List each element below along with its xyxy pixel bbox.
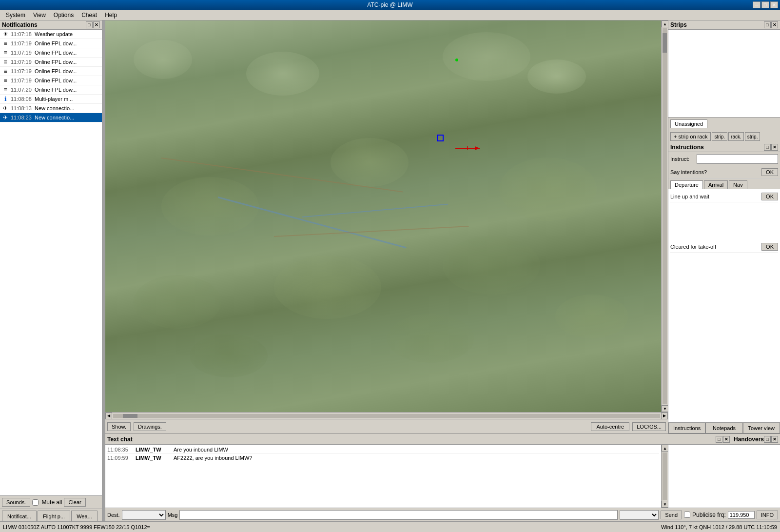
aircraft-icon-9: ✈	[2, 114, 9, 121]
tab-instructions[interactable]: Instructions	[668, 423, 705, 433]
freq-dropdown[interactable]	[620, 510, 659, 520]
handovers-close-btn[interactable]: ✕	[771, 436, 778, 443]
notif-time-3: 11:07:19	[11, 59, 33, 65]
chat-callsign-1: LIMW_TW	[136, 455, 170, 461]
chat-scroll-up[interactable]: ▲	[662, 445, 668, 452]
notifications-controls: □ ✕	[86, 21, 100, 28]
menu-system[interactable]: System	[2, 11, 29, 20]
dest-select[interactable]	[122, 510, 166, 520]
notif-item-6[interactable]: ≡ 11:07:20 Online FPL dow...	[0, 85, 102, 95]
notif-item-2[interactable]: ≡ 11:07:19 Online FPL dow...	[0, 48, 102, 58]
notif-text-5: Online FPL dow...	[35, 78, 77, 83]
cleared-ok-btn[interactable]: OK	[761, 243, 778, 251]
menu-options[interactable]: Options	[50, 11, 78, 20]
instruct-input[interactable]	[697, 154, 778, 164]
tab-notifications[interactable]: Notificat...	[2, 511, 37, 521]
chat-time-0: 11:08:35	[107, 447, 132, 453]
titlebar: ATC-pie @ LIMW ─ □ ✕	[0, 0, 780, 10]
tab-flight-plan[interactable]: Flight p...	[38, 511, 70, 521]
text-chat-pin-btn[interactable]: □	[716, 436, 722, 443]
strips-pin-btn[interactable]: □	[764, 21, 771, 28]
hscroll-left[interactable]: ◀	[105, 413, 112, 419]
tab-departure[interactable]: Departure	[670, 180, 703, 189]
vscroll-down[interactable]: ▼	[662, 405, 668, 412]
close-button[interactable]: ✕	[770, 1, 778, 8]
notif-item-4[interactable]: ≡ 11:07:19 Online FPL dow...	[0, 67, 102, 76]
text-chat-close-btn[interactable]: ✕	[723, 436, 730, 443]
publicise-checkbox[interactable]	[684, 512, 690, 518]
tab-notepads[interactable]: Notepads	[705, 423, 742, 433]
vscroll-track[interactable]	[663, 28, 667, 404]
notif-item-8[interactable]: ✈ 11:08:13 New connectio...	[0, 104, 102, 113]
strips-close-btn[interactable]: ✕	[771, 21, 778, 28]
chat-callsign-0: LIMW_TW	[136, 447, 170, 453]
instructions-close-btn[interactable]: ✕	[771, 144, 778, 151]
notifications-close-btn[interactable]: ✕	[93, 21, 100, 28]
chat-text-0: Are you inbound LIMW	[174, 447, 659, 453]
tab-nav[interactable]: Nav	[729, 180, 747, 189]
info-button[interactable]: INFO	[757, 511, 778, 519]
auto-centre-button[interactable]: Auto-centre	[591, 422, 629, 431]
strip2-btn[interactable]: strip.	[745, 132, 760, 141]
notif-item-5[interactable]: ≡ 11:07:19 Online FPL dow...	[0, 76, 102, 85]
map-canvas[interactable]	[105, 20, 668, 412]
handovers-title: Handovers	[734, 436, 764, 443]
minimize-button[interactable]: ─	[753, 1, 760, 8]
notif-time-2: 11:07:19	[11, 50, 33, 56]
tab-tower-view[interactable]: Tower view	[743, 423, 780, 433]
vscroll-thumb[interactable]	[663, 33, 667, 53]
hscroll-track[interactable]	[113, 414, 660, 418]
notif-item-3[interactable]: ≡ 11:07:19 Online FPL dow...	[0, 58, 102, 67]
chat-scroll-down[interactable]: ▼	[662, 501, 668, 508]
map-view[interactable]: ▲ ▼	[105, 20, 668, 412]
chat-scroll-track[interactable]	[663, 453, 667, 500]
notif-item-0[interactable]: ☀ 11:07:18 Weather update	[0, 30, 102, 39]
mute-checkbox[interactable]	[32, 499, 39, 506]
sounds-button[interactable]: Sounds.	[2, 498, 30, 507]
line-up-ok-btn[interactable]: OK	[761, 193, 778, 200]
notifications-pin-btn[interactable]: □	[86, 21, 93, 28]
notif-time-7: 11:08:08	[11, 96, 33, 102]
chat-messages: 11:08:35 LIMW_TW Are you inbound LIMW 11…	[105, 445, 661, 508]
chat-scrollbar[interactable]: ▲ ▼	[661, 445, 668, 508]
tab-weather[interactable]: Wea...	[71, 511, 98, 521]
handovers-pin-btn[interactable]: □	[764, 436, 771, 443]
vscroll-up[interactable]: ▲	[662, 20, 668, 27]
aircraft-marker[interactable]	[455, 145, 480, 151]
maximize-button[interactable]: □	[761, 1, 769, 8]
aircraft-selected-box[interactable]	[437, 135, 444, 141]
hscroll-right[interactable]: ▶	[661, 413, 668, 419]
rack-btn[interactable]: rack.	[728, 132, 744, 141]
instructions-pin-btn[interactable]: □	[764, 144, 771, 151]
notif-item-1[interactable]: ≡ 11:07:19 Online FPL dow...	[0, 39, 102, 48]
notif-text-9: New connectio...	[35, 115, 74, 120]
chat-messages-area: 11:08:35 LIMW_TW Are you inbound LIMW 11…	[105, 445, 780, 508]
hscroll-thumb[interactable]	[123, 414, 137, 418]
say-intentions-ok-btn[interactable]: OK	[761, 168, 778, 176]
notif-text-2: Online FPL dow...	[35, 50, 77, 56]
menu-view[interactable]: View	[29, 11, 50, 20]
send-button[interactable]: Send	[661, 511, 682, 519]
strips-content	[668, 30, 780, 118]
text-chat-header: Text chat □ ✕	[105, 434, 732, 445]
menu-help[interactable]: Help	[101, 11, 121, 20]
unassigned-tab[interactable]: Unassigned	[670, 119, 707, 128]
drawings-button[interactable]: Drawings.	[134, 422, 166, 431]
notif-item-9[interactable]: ✈ 11:08:23 New connectio...	[0, 113, 102, 122]
instructions-controls: □ ✕	[764, 144, 778, 151]
notif-item-7[interactable]: ℹ 11:08:08 Multi-player m...	[0, 95, 102, 104]
add-strip-btn[interactable]: + strip on rack	[670, 132, 711, 141]
map-vscrollbar[interactable]: ▲ ▼	[661, 20, 668, 412]
clear-button[interactable]: Clear	[64, 498, 85, 507]
show-button[interactable]: Show.	[107, 422, 131, 431]
notif-time-4: 11:07:19	[11, 68, 33, 74]
instr-item-cleared: Cleared for take-off OK	[670, 241, 778, 253]
notif-text-4: Online FPL dow...	[35, 68, 77, 74]
tab-arrival[interactable]: Arrival	[704, 180, 728, 189]
loc-gs-button[interactable]: LOC/GS...	[632, 422, 666, 431]
strip-btn[interactable]: strip.	[712, 132, 727, 141]
msg-input[interactable]	[179, 510, 618, 520]
line-up-wait-text: Line up and wait	[670, 194, 760, 199]
menu-cheat[interactable]: Cheat	[78, 11, 101, 20]
right-status: Wind 110°, 7 kt QNH 1012 / 29.88 UTC 11:…	[661, 524, 777, 530]
